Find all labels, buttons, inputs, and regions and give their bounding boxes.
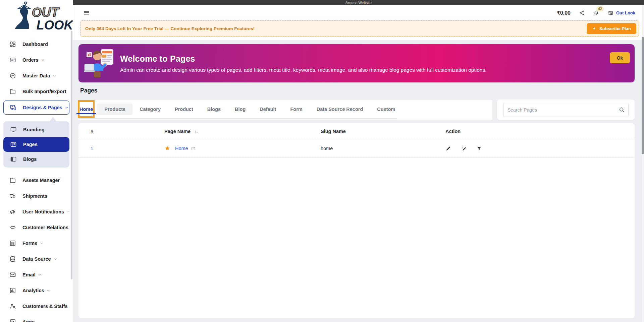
- sidebar-scrollbar[interactable]: [71, 31, 72, 279]
- chevron-down-icon: [52, 73, 57, 78]
- topbar-right-cluster: ₹0.00 42: [557, 10, 635, 16]
- ok-button[interactable]: Ok: [610, 52, 630, 63]
- email-icon: [9, 271, 16, 278]
- handshake-icon: [9, 224, 16, 231]
- chevron-down-icon: [41, 58, 45, 62]
- sidebar-item-label: Designs & Pages: [23, 105, 62, 110]
- column-header-label: #: [91, 129, 93, 134]
- chevron-down-icon: [39, 241, 44, 246]
- sidebar-item-forms[interactable]: Forms: [3, 237, 69, 250]
- external-link-icon[interactable]: [191, 146, 195, 151]
- monitor-icon: [10, 126, 17, 133]
- sidebar-item-label: Master Data: [22, 73, 50, 78]
- sidebar-item-label: Customer Relations: [22, 225, 68, 230]
- notifications-bell-icon[interactable]: 42: [593, 10, 599, 16]
- chevron-down-icon: [53, 257, 58, 261]
- sidebar-item-label: User Notifications: [22, 209, 64, 214]
- column-header-label: Slug Name: [321, 129, 346, 134]
- logo-text-out: OUT: [32, 5, 60, 19]
- sidebar-item-label: Dashboard: [22, 42, 48, 47]
- tab-category[interactable]: Category: [132, 104, 168, 115]
- welcome-illustration: [84, 47, 115, 79]
- tab-home-active-highlight[interactable]: Home: [78, 100, 95, 118]
- folder-icon: [9, 88, 16, 95]
- master-data-icon: [9, 72, 16, 79]
- edit-design-action-button[interactable]: [461, 146, 467, 151]
- filter-action-button[interactable]: [476, 146, 482, 151]
- app-root: OUT LOOK DashboardOrdersMaster DataBulk …: [0, 0, 644, 322]
- sidebar-item-data-source[interactable]: Data Source: [3, 252, 69, 266]
- sidebar-item-label: Customers & Staffs: [22, 304, 68, 309]
- share-icon[interactable]: [579, 10, 585, 16]
- store-link[interactable]: Out Look: [607, 10, 635, 16]
- column-header-slug-name: Slug Name: [313, 129, 431, 134]
- sidebar-item-master-data[interactable]: Master Data: [3, 69, 69, 82]
- tab-data-source-record[interactable]: Data Source Record: [310, 104, 370, 115]
- tab-form[interactable]: Form: [283, 104, 309, 115]
- sidebar-item-email[interactable]: Email: [3, 268, 69, 281]
- tab-default[interactable]: Default: [253, 104, 283, 115]
- sidebar-item-blogs[interactable]: Blogs: [3, 152, 69, 167]
- page-scrollbar-thumb[interactable]: [642, 37, 644, 154]
- sidebar-item-shipments[interactable]: Shipments: [3, 189, 69, 203]
- tab-blogs[interactable]: Blogs: [200, 104, 228, 115]
- sidebar-item-bulk-import-export[interactable]: Bulk Import/Export: [3, 85, 69, 98]
- search-icon[interactable]: [619, 107, 625, 113]
- submenu-designs-pages: BrandingPagesBlogs: [3, 121, 69, 168]
- page-title: Pages: [80, 87, 635, 94]
- action-cell: [431, 146, 635, 151]
- edit-action-button[interactable]: [445, 146, 451, 151]
- sidebar-item-assets-manager[interactable]: Assets Manager: [3, 174, 69, 187]
- app-logo[interactable]: OUT LOOK: [0, 0, 73, 34]
- sidebar: OUT LOOK DashboardOrdersMaster DataBulk …: [0, 0, 73, 322]
- wallet-balance[interactable]: ₹0.00: [557, 10, 571, 16]
- sidebar-item-orders[interactable]: Orders: [3, 53, 69, 67]
- tab-custom[interactable]: Custom: [370, 104, 402, 115]
- subscribe-plan-button[interactable]: Subscribe Plan: [587, 23, 636, 34]
- slug-name-cell: home: [313, 146, 431, 151]
- welcome-description: Admin can create and design various type…: [120, 67, 487, 73]
- search-box: [503, 103, 629, 117]
- analytics-icon: [9, 287, 16, 294]
- notifications-count-badge: 42: [596, 6, 604, 11]
- storefront-icon: [607, 10, 614, 16]
- sidebar-item-label: Email: [22, 272, 36, 277]
- sidebar-item-dashboard[interactable]: Dashboard: [3, 38, 69, 51]
- column-header-action: Action: [431, 129, 635, 134]
- blogs-icon: [10, 156, 17, 163]
- sidebar-item-label: Forms: [22, 241, 37, 246]
- row-index: 1: [78, 146, 146, 151]
- column-header-label: Action: [445, 129, 461, 134]
- tab-products[interactable]: Products: [97, 104, 132, 115]
- tabs-card: HomeProductsCategoryProductBlogsBlogDefa…: [78, 100, 492, 120]
- designs-icon: [10, 104, 16, 111]
- trial-banner: Only 364 Days Left In Your Free Trial — …: [80, 20, 639, 37]
- tab-blog[interactable]: Blog: [228, 104, 253, 115]
- table-body: 1Homehome: [78, 139, 635, 158]
- sidebar-item-pages[interactable]: Pages: [3, 137, 69, 152]
- sidebar-item-label: Assets Manager: [22, 178, 60, 183]
- welcome-banner: Welcome to Pages Admin can create and de…: [78, 44, 635, 82]
- chevron-down-icon: [64, 105, 69, 110]
- pages-table: #Page Name↑↓Slug NameAction 1Homehome: [78, 123, 635, 318]
- orders-icon: [9, 57, 16, 63]
- apps-icon: [9, 319, 16, 322]
- sidebar-item-branding[interactable]: Branding: [3, 122, 69, 137]
- sidebar-item-customers-staffs[interactable]: Customers & Staffs: [3, 300, 69, 313]
- access-website-link[interactable]: Access Website: [345, 1, 372, 5]
- sidebar-item-apps[interactable]: Apps: [3, 315, 69, 322]
- sidebar-item-customer-relations[interactable]: Customer Relations: [3, 221, 69, 234]
- sidebar-item-designs-pages[interactable]: Designs & Pages: [3, 101, 69, 115]
- sidebar-item-user-notifications[interactable]: User Notifications: [3, 205, 69, 218]
- search-input[interactable]: [503, 103, 629, 117]
- pages-icon: [10, 141, 17, 148]
- star-icon[interactable]: [164, 145, 170, 151]
- topbar: ₹0.00 42: [73, 5, 644, 40]
- sort-icon[interactable]: ↑↓: [194, 129, 198, 134]
- tab-product[interactable]: Product: [168, 104, 200, 115]
- page-name-link[interactable]: Home: [175, 146, 188, 151]
- sidebar-item-label: Blogs: [23, 156, 37, 162]
- sidebar-nav: DashboardOrdersMaster DataBulk Import/Ex…: [0, 34, 73, 322]
- sidebar-item-analytics[interactable]: Analytics: [3, 284, 69, 297]
- hamburger-menu-icon[interactable]: [83, 9, 90, 16]
